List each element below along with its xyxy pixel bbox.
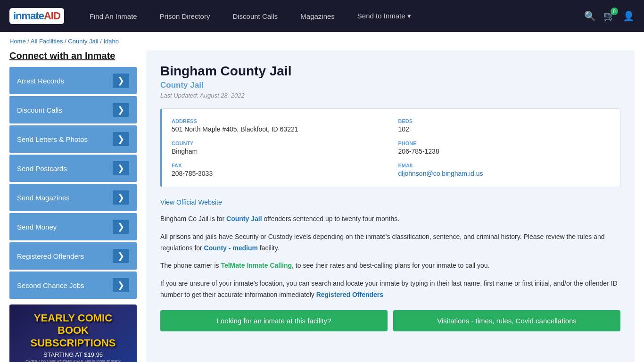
phone-value: 206-785-1238 xyxy=(398,148,611,155)
nav-links: Find An Inmate Prison Directory Discount… xyxy=(78,0,584,32)
sidebar-arrow-send-postcards: ❯ xyxy=(113,161,129,175)
sidebar-item-send-money[interactable]: Send Money ❯ xyxy=(9,213,137,240)
logo-text: inmateAID xyxy=(13,10,60,22)
sidebar-label-arrest-records: Arrest Records xyxy=(17,77,64,85)
desc3: The phone carrier is TelMate Inmate Call… xyxy=(160,260,620,272)
phone-label: PHONE xyxy=(398,140,611,146)
fax-label: FAX xyxy=(172,163,384,168)
county-medium-link[interactable]: County - medium xyxy=(204,244,258,252)
nav-prison-directory[interactable]: Prison Directory xyxy=(149,0,222,32)
nav-send-to-inmate[interactable]: Send to Inmate ▾ xyxy=(346,0,422,32)
phone-block: PHONE 206-785-1238 xyxy=(398,140,611,155)
beds-value: 102 xyxy=(398,125,611,133)
nav-right-icons: 🔍 🛒 0 👤 xyxy=(584,10,635,22)
visitations-button[interactable]: Visitations - times, rules, Covid cancel… xyxy=(393,310,620,331)
user-icon[interactable]: 👤 xyxy=(623,10,635,22)
sidebar-item-second-chance-jobs[interactable]: Second Chance Jobs ❯ xyxy=(9,272,137,299)
sidebar: Connect with an Inmate Arrest Records ❯ … xyxy=(9,50,137,362)
sidebar-item-arrest-records[interactable]: Arrest Records ❯ xyxy=(9,67,137,94)
desc1: Bingham Co Jail is for County Jail offen… xyxy=(160,214,620,225)
fax-value: 208-785-3033 xyxy=(172,170,384,177)
ad-title-line2: SUBSCRIPTIONS xyxy=(31,337,116,349)
sidebar-arrow-send-magazines: ❯ xyxy=(113,190,129,205)
sidebar-item-discount-calls[interactable]: Discount Calls ❯ xyxy=(9,96,137,123)
email-block: EMAIL dljohnson@co.bingham.id.us xyxy=(398,163,611,177)
view-website-link[interactable]: View Official Website xyxy=(160,198,620,206)
sidebar-label-discount-calls: Discount Calls xyxy=(17,106,62,114)
sidebar-item-send-letters[interactable]: Send Letters & Photos ❯ xyxy=(9,125,137,153)
sidebar-title: Connect with an Inmate xyxy=(9,50,137,61)
breadcrumb-home[interactable]: Home xyxy=(9,38,26,45)
nav-discount-calls[interactable]: Discount Calls xyxy=(221,0,289,32)
main-container: Connect with an Inmate Arrest Records ❯ … xyxy=(0,50,644,362)
sidebar-arrow-registered-offenders: ❯ xyxy=(113,249,129,263)
sidebar-arrow-discount-calls: ❯ xyxy=(113,103,129,117)
sidebar-item-registered-offenders[interactable]: Registered Offenders ❯ xyxy=(9,242,137,270)
navbar: inmateAID Find An Inmate Prison Director… xyxy=(0,0,644,32)
telmate-link[interactable]: TelMate Inmate Calling xyxy=(221,262,292,269)
email-link[interactable]: dljohnson@co.bingham.id.us xyxy=(398,170,483,177)
county-block: COUNTY Bingham xyxy=(172,140,384,155)
facility-type: County Jail xyxy=(160,81,620,90)
facility-title: Bingham County Jail xyxy=(160,64,620,79)
cart-wrapper[interactable]: 🛒 0 xyxy=(603,10,615,22)
sidebar-arrow-send-letters: ❯ xyxy=(113,132,129,146)
address-block: ADDRESS 501 North Maple #405, Blackfoot,… xyxy=(172,118,384,133)
county-label: COUNTY xyxy=(172,140,384,146)
county-value: Bingham xyxy=(172,148,384,155)
beds-label: BEDS xyxy=(398,118,611,124)
email-label: EMAIL xyxy=(398,163,611,168)
breadcrumb-state[interactable]: Idaho xyxy=(103,38,119,45)
sidebar-label-second-chance-jobs: Second Chance Jobs xyxy=(17,281,84,289)
desc4: If you are unsure of your inmate's locat… xyxy=(160,278,620,301)
info-grid: ADDRESS 501 North Maple #405, Blackfoot,… xyxy=(160,108,620,187)
address-value: 501 North Maple #405, Blackfoot, ID 6322… xyxy=(172,125,384,133)
sidebar-label-send-postcards: Send Postcards xyxy=(17,165,67,173)
nav-find-inmate[interactable]: Find An Inmate xyxy=(78,0,149,32)
ad-title-line1: YEARLY COMIC BOOK xyxy=(17,312,129,337)
sidebar-label-send-letters: Send Letters & Photos xyxy=(17,135,88,143)
sidebar-arrow-arrest-records: ❯ xyxy=(113,74,129,88)
find-inmate-button[interactable]: Looking for an inmate at this facility? xyxy=(160,310,388,331)
ad-price: STARTING AT $19.95 xyxy=(43,351,103,358)
sidebar-item-send-magazines[interactable]: Send Magazines ❯ xyxy=(9,184,137,211)
desc2: All prisons and jails have Security or C… xyxy=(160,231,620,254)
search-icon[interactable]: 🔍 xyxy=(584,10,596,22)
bottom-buttons: Looking for an inmate at this facility? … xyxy=(160,310,620,331)
sidebar-item-send-postcards[interactable]: Send Postcards ❯ xyxy=(9,155,137,182)
beds-block: BEDS 102 xyxy=(398,118,611,133)
cart-badge: 0 xyxy=(611,8,618,15)
sidebar-label-send-magazines: Send Magazines xyxy=(17,194,70,202)
email-value: dljohnson@co.bingham.id.us xyxy=(398,170,611,177)
registered-offenders-link[interactable]: Registered Offenders xyxy=(316,291,383,298)
ad-banner[interactable]: YEARLY COMIC BOOK SUBSCRIPTIONS STARTING… xyxy=(9,304,137,362)
ad-note: OVER 100 VARIATIONS AVAILABLE FOR EVERY … xyxy=(17,359,129,362)
breadcrumb-county-jail[interactable]: County Jail xyxy=(68,38,98,45)
fax-block: FAX 208-785-3033 xyxy=(172,163,384,177)
logo[interactable]: inmateAID xyxy=(9,8,64,24)
facility-updated: Last Updated: August 28, 2022 xyxy=(160,92,620,99)
breadcrumb: Home / All Facilities / County Jail / Id… xyxy=(0,32,644,50)
county-jail-link[interactable]: County Jail xyxy=(226,215,262,222)
facility-content: Bingham County Jail County Jail Last Upd… xyxy=(146,50,635,362)
sidebar-label-registered-offenders: Registered Offenders xyxy=(17,252,84,260)
sidebar-arrow-second-chance-jobs: ❯ xyxy=(113,278,129,292)
sidebar-label-send-money: Send Money xyxy=(17,223,57,231)
breadcrumb-all-facilities[interactable]: All Facilities xyxy=(31,38,63,45)
sidebar-arrow-send-money: ❯ xyxy=(113,220,129,234)
nav-magazines[interactable]: Magazines xyxy=(289,0,346,32)
address-label: ADDRESS xyxy=(172,118,384,124)
